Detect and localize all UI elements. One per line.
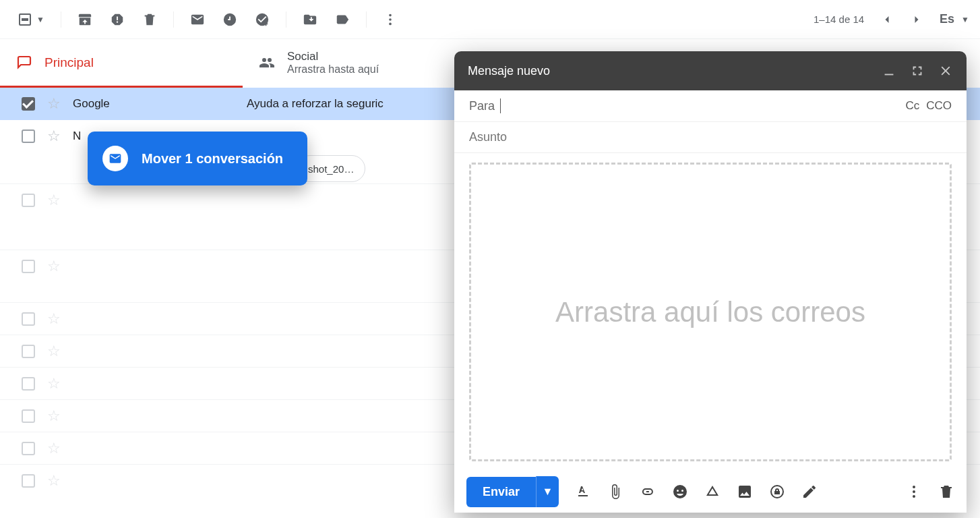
- to-label: Para: [469, 99, 495, 113]
- dropzone-placeholder: Arrastra aquí los correos: [555, 296, 865, 328]
- discard-icon[interactable]: [938, 484, 954, 500]
- add-task-icon[interactable]: [255, 12, 270, 27]
- format-text-icon[interactable]: [575, 484, 591, 500]
- svg-point-2: [389, 22, 392, 25]
- emoji-icon[interactable]: [672, 484, 688, 500]
- move-to-icon[interactable]: [303, 12, 317, 27]
- select-all-checkbox[interactable]: ▼: [19, 13, 44, 26]
- svg-point-1: [389, 18, 392, 21]
- chevron-down-icon: ▼: [961, 15, 969, 24]
- bcc-button[interactable]: CCO: [926, 99, 952, 113]
- compose-title: Mensaje nuevo: [468, 64, 550, 78]
- pagination-text: 1–14 de 14: [814, 13, 864, 25]
- tab-primary[interactable]: Principal: [0, 39, 243, 88]
- svg-point-5: [913, 490, 915, 493]
- main-toolbar: ▼ 1–14 de 14 Es ▼: [0, 0, 980, 39]
- confidential-icon[interactable]: [769, 484, 785, 500]
- drive-icon[interactable]: [704, 484, 721, 500]
- row-checkbox[interactable]: [22, 130, 35, 143]
- send-options-button[interactable]: ▼: [536, 476, 559, 507]
- attachment-chip-label: shot_20…: [308, 163, 354, 175]
- compose-toolbar: Enviar ▼: [454, 471, 967, 513]
- pen-icon[interactable]: [801, 484, 818, 500]
- row-checkbox[interactable]: [22, 97, 35, 111]
- star-icon[interactable]: ☆: [47, 95, 61, 113]
- next-page-icon[interactable]: [910, 13, 923, 26]
- cc-button[interactable]: Cc: [905, 99, 919, 113]
- prev-page-icon[interactable]: [880, 13, 894, 26]
- compose-body-dropzone[interactable]: Arrastra aquí los correos: [469, 163, 952, 461]
- mark-unread-icon[interactable]: [190, 12, 205, 27]
- send-button-label: Enviar: [483, 485, 520, 498]
- people-icon: [259, 55, 275, 71]
- fullscreen-icon[interactable]: [910, 63, 925, 78]
- snooze-icon[interactable]: [222, 12, 237, 27]
- svg-point-4: [913, 486, 915, 488]
- report-spam-icon[interactable]: [110, 12, 125, 27]
- svg-rect-3: [885, 74, 894, 76]
- more-icon[interactable]: [383, 12, 398, 27]
- star-icon[interactable]: ☆: [47, 127, 61, 145]
- chevron-down-icon: ▼: [36, 15, 44, 24]
- tab-social-subtitle: Arrastra hasta aquí: [287, 63, 379, 76]
- delete-icon[interactable]: [142, 12, 157, 27]
- to-input[interactable]: [500, 98, 900, 113]
- send-button[interactable]: Enviar: [466, 477, 536, 507]
- image-icon[interactable]: [737, 484, 753, 500]
- svg-point-6: [913, 495, 915, 498]
- drag-tooltip: Mover 1 conversación: [88, 132, 307, 185]
- input-language-label: Es: [940, 12, 954, 26]
- tab-social-title: Social: [287, 50, 379, 63]
- compose-window: Mensaje nuevo Para Cc CCO Arrastra aquí …: [454, 51, 967, 513]
- row-sender: Google: [73, 97, 235, 111]
- svg-point-0: [389, 13, 392, 16]
- subject-field[interactable]: [454, 122, 967, 153]
- inbox-icon: [16, 55, 32, 71]
- to-field[interactable]: Para Cc CCO: [454, 90, 967, 122]
- labels-icon[interactable]: [335, 12, 350, 27]
- close-icon[interactable]: [938, 63, 953, 78]
- tab-social[interactable]: Social Arrastra hasta aquí: [243, 39, 485, 88]
- tab-primary-label: Principal: [44, 55, 94, 70]
- archive-icon[interactable]: [78, 12, 92, 27]
- attach-icon[interactable]: [607, 484, 623, 500]
- subject-input[interactable]: [469, 130, 952, 144]
- mail-icon: [102, 146, 128, 171]
- more-options-icon[interactable]: [906, 484, 922, 500]
- link-icon[interactable]: [640, 484, 656, 500]
- compose-header[interactable]: Mensaje nuevo: [454, 51, 967, 90]
- minimize-icon[interactable]: [882, 63, 896, 78]
- input-language-button[interactable]: Es ▼: [940, 12, 969, 26]
- drag-tooltip-label: Mover 1 conversación: [142, 151, 283, 167]
